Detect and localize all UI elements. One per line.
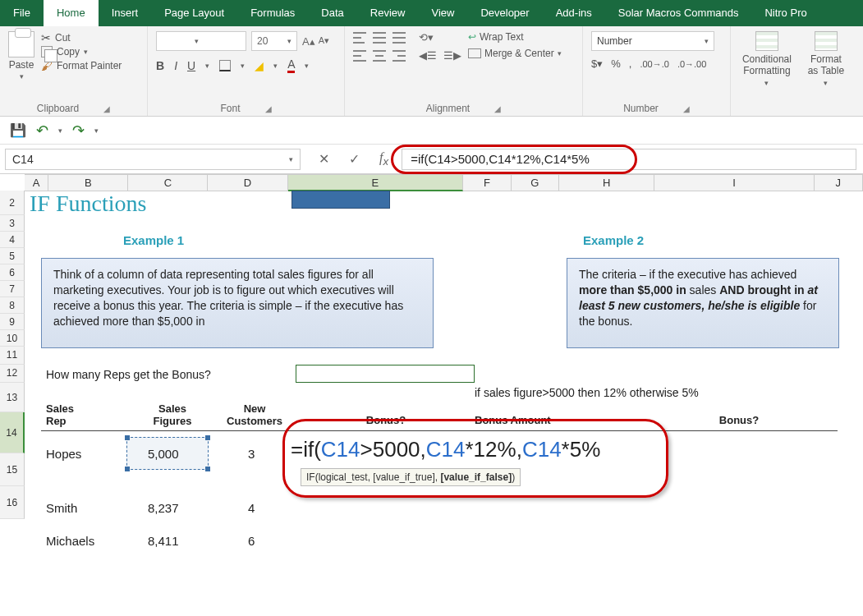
dialog-launcher-icon[interactable]: ◢ — [494, 104, 501, 113]
worksheet[interactable]: A B C D E F G H I J 2 3 4 5 6 7 8 9 10 1… — [0, 174, 863, 616]
align-right-button[interactable] — [392, 49, 406, 62]
row-13[interactable]: 13 — [0, 383, 25, 412]
tab-addins[interactable]: Add-ins — [543, 0, 605, 26]
font-family-combo[interactable]: ▾ — [156, 31, 246, 51]
enter-formula-button[interactable]: ✓ — [349, 151, 360, 167]
chevron-down-icon: ▾ — [764, 79, 769, 87]
tab-page-layout[interactable]: Page Layout — [151, 0, 237, 26]
row-6[interactable]: 6 — [0, 264, 25, 281]
tab-formulas[interactable]: Formulas — [237, 0, 308, 26]
align-top-button[interactable] — [353, 31, 366, 44]
cut-button[interactable]: ✂Cut — [41, 31, 122, 44]
chevron-down-icon: ▾ — [195, 37, 199, 45]
name-box[interactable]: C14 ▾ — [5, 149, 301, 170]
align-center-button[interactable] — [373, 49, 386, 62]
paste-button[interactable]: Paste ▾ — [8, 31, 34, 80]
cell-d14[interactable]: 3 — [248, 447, 255, 461]
row-3[interactable]: 3 — [0, 215, 25, 232]
accounting-format-button[interactable]: $▾ — [591, 57, 603, 70]
col-h[interactable]: H — [559, 175, 655, 191]
dialog-launcher-icon[interactable]: ◢ — [683, 104, 690, 113]
increase-indent-button[interactable]: ☰▶ — [443, 49, 461, 62]
fx-icon[interactable]: fx — [379, 150, 388, 168]
decrease-decimal-button[interactable]: .0→.00 — [677, 59, 706, 69]
shrink-font-button[interactable]: A▾ — [319, 35, 329, 48]
col-a[interactable]: A — [25, 175, 48, 191]
row-9[interactable]: 9 — [0, 314, 25, 330]
align-bottom-button[interactable] — [392, 31, 406, 44]
font-size-combo[interactable]: 20▾ — [251, 31, 297, 51]
col-b[interactable]: B — [48, 175, 128, 191]
cell-d15[interactable]: 4 — [248, 501, 255, 515]
number-format-combo[interactable]: Number▾ — [591, 31, 714, 51]
font-color-button[interactable]: A — [287, 57, 295, 73]
cell-b16[interactable]: Michaels — [46, 534, 94, 548]
row-5[interactable]: 5 — [0, 248, 25, 264]
align-left-button[interactable] — [353, 49, 366, 62]
row-15[interactable]: 15 — [0, 453, 25, 486]
row-10[interactable]: 10 — [0, 330, 25, 347]
wrap-text-button[interactable]: ↩Wrap Text — [468, 31, 562, 43]
redo-button[interactable]: ↷ — [72, 122, 85, 140]
copy-button[interactable]: Copy▾ — [41, 46, 122, 57]
dialog-launcher-icon[interactable]: ◢ — [265, 104, 272, 113]
underline-button[interactable]: U — [187, 59, 195, 72]
bonus-count-cell[interactable] — [296, 365, 475, 383]
tab-nitro-pro[interactable]: Nitro Pro — [751, 0, 819, 26]
cell-b15[interactable]: Smith — [46, 501, 77, 515]
percent-format-button[interactable]: % — [611, 57, 621, 70]
col-f[interactable]: F — [463, 175, 511, 191]
fill-color-button[interactable]: ◢ — [255, 59, 264, 72]
row-12[interactable]: 12 — [0, 365, 25, 383]
row-4[interactable]: 4 — [0, 232, 25, 248]
bold-button[interactable]: B — [156, 59, 164, 72]
increase-decimal-button[interactable]: .00→.0 — [640, 59, 668, 69]
col-i[interactable]: I — [654, 175, 814, 191]
cell-c14[interactable]: 5,000 — [148, 447, 179, 461]
conditional-formatting-button[interactable]: Conditional Formatting▾ — [739, 31, 795, 87]
th-amount: Bonus Amount — [475, 414, 573, 426]
merge-center-button[interactable]: Merge & Center▾ — [468, 48, 562, 59]
col-c[interactable]: C — [128, 175, 208, 191]
row-14[interactable]: 14 — [0, 412, 25, 453]
tab-data[interactable]: Data — [308, 0, 356, 26]
format-as-table-button[interactable]: Format as Table▾ — [806, 31, 846, 87]
row-2[interactable]: 2 — [0, 191, 25, 215]
tab-insert[interactable]: Insert — [99, 0, 152, 26]
borders-button[interactable] — [219, 60, 231, 71]
cell-d16[interactable]: 6 — [248, 534, 255, 548]
orientation-button[interactable]: ⟲▾ — [419, 31, 434, 44]
cell-b14[interactable]: Hopes — [46, 447, 81, 461]
row-11[interactable]: 11 — [0, 347, 25, 365]
floating-shape[interactable] — [291, 191, 390, 209]
decrease-indent-button[interactable]: ◀☰ — [419, 49, 437, 62]
tab-review[interactable]: Review — [357, 0, 419, 26]
align-middle-button[interactable] — [373, 31, 386, 44]
tab-solar-macros[interactable]: Solar Macros Commands — [605, 0, 752, 26]
editing-formula[interactable]: =if(C14>5000,C14*12%,C14*5% — [291, 437, 600, 462]
comma-format-button[interactable]: , — [629, 57, 632, 70]
row-16[interactable]: 16 — [0, 486, 25, 519]
row-7[interactable]: 7 — [0, 281, 25, 297]
formula-bar-input[interactable]: =if(C14>5000,C14*12%,C14*5% — [402, 149, 856, 170]
cell-c16[interactable]: 8,411 — [148, 534, 179, 548]
save-button[interactable]: 💾 — [10, 122, 26, 138]
tab-home[interactable]: Home — [44, 0, 99, 26]
col-e[interactable]: E — [288, 175, 464, 191]
tab-developer[interactable]: Developer — [467, 0, 542, 26]
row-8[interactable]: 8 — [0, 297, 25, 314]
tab-view[interactable]: View — [418, 0, 467, 26]
undo-button[interactable]: ↶ — [36, 122, 48, 140]
italic-button[interactable]: I — [174, 59, 177, 72]
chevron-down-icon[interactable]: ▾ — [94, 126, 99, 135]
copy-icon — [41, 46, 53, 57]
grow-font-button[interactable]: A▴ — [302, 35, 315, 48]
cancel-formula-button[interactable]: ✕ — [319, 151, 329, 167]
col-j[interactable]: J — [815, 175, 863, 191]
dialog-launcher-icon[interactable]: ◢ — [103, 104, 110, 113]
chevron-down-icon[interactable]: ▾ — [58, 126, 62, 135]
col-g[interactable]: G — [512, 175, 559, 191]
tab-file[interactable]: File — [0, 0, 44, 26]
cell-c15[interactable]: 8,237 — [148, 501, 179, 515]
col-d[interactable]: D — [208, 175, 287, 191]
